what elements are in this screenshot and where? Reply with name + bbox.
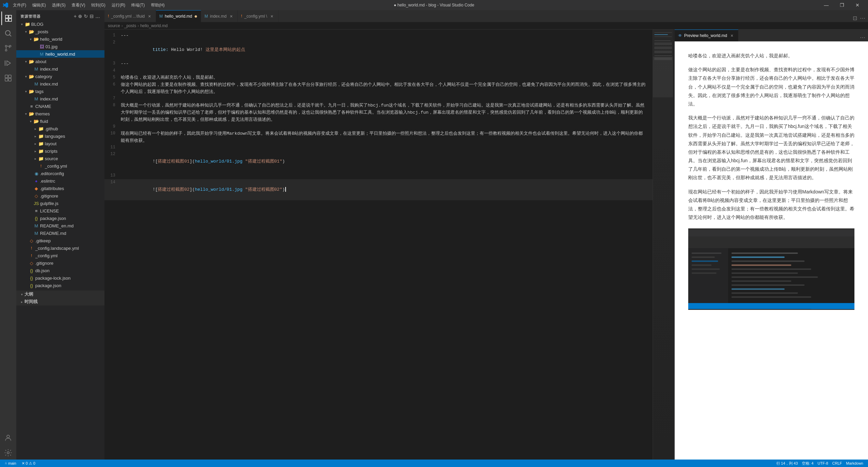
close-button[interactable]: ✕ <box>850 0 865 10</box>
refresh-icon[interactable]: ↻ <box>84 14 88 19</box>
sidebar-item-about[interactable]: ▾ 📂 about <box>16 58 104 65</box>
menu-edit[interactable]: 编辑(E) <box>30 2 49 9</box>
sidebar-item-github[interactable]: ▸ 📁 .github <box>16 125 104 132</box>
line-content <box>121 68 653 74</box>
sidebar-item-category-index[interactable]: ▸ M index.md <box>16 80 104 88</box>
sidebar-item-hello-world-md[interactable]: ▸ M hello_world.md <box>16 50 104 58</box>
split-editor-icon[interactable]: ⊡ <box>852 14 858 22</box>
menu-help[interactable]: 帮助(H) <box>148 2 168 9</box>
folder-icon: 📂 <box>28 74 35 79</box>
sidebar-item-category[interactable]: ▾ 📂 category <box>16 73 104 80</box>
status-branch[interactable]: ⑃ main <box>3 460 18 467</box>
sidebar-item-blog-root[interactable]: ▾ 📁 BLOG <box>16 20 104 28</box>
sidebar-item-config-fluid[interactable]: ▸ ! _config.yml <box>16 162 104 170</box>
status-errors[interactable]: ✕ 0 ⚠ 0 <box>20 460 37 467</box>
sidebar-section-timeline[interactable]: ▸ 时间线 <box>16 298 104 305</box>
tab-config-yml-fluid[interactable]: ! _config.yml ...\fluid × <box>104 10 156 22</box>
sidebar-item-layout[interactable]: ▸ 📁 layout <box>16 140 104 147</box>
sidebar-item-config-yml[interactable]: ▸ ! _config.yml <box>16 252 104 259</box>
menu-goto[interactable]: 转到(G) <box>89 2 108 9</box>
menu-view[interactable]: 查看(V) <box>69 2 88 9</box>
sidebar-item-fluid[interactable]: ▾ 📂 fluid <box>16 117 104 125</box>
titlebar-left: 文件(F) 编辑(E) 选择(S) 查看(V) 转到(G) 运行(R) 终端(T… <box>3 2 167 9</box>
line-ending-text: CRLF <box>832 461 842 465</box>
collapse-all-icon[interactable]: ⊟ <box>90 14 94 19</box>
settings-activity-icon[interactable] <box>1 446 15 460</box>
preview-tab-close-button[interactable]: × <box>729 33 735 38</box>
code-line-12: 12 ![搭建过程截图01](hello_world/01.jpg "搭建过程截… <box>104 151 653 172</box>
sidebar-item-package-lock[interactable]: ▸ {} package-lock.json <box>16 274 104 282</box>
menu-select[interactable]: 选择(S) <box>49 2 68 9</box>
accounts-activity-icon[interactable] <box>1 431 15 445</box>
sidebar-item-label: index.md <box>40 67 102 72</box>
sidebar-item-gitignore-fluid[interactable]: ▸ ◇ .gitignore <box>16 192 104 200</box>
minimize-button[interactable]: — <box>818 0 834 10</box>
tab-close-button[interactable]: × <box>147 14 152 19</box>
sidebar-item-scripts[interactable]: ▸ 📁 scripts <box>16 147 104 155</box>
more-icon[interactable]: ⋯ <box>859 34 866 41</box>
search-activity-icon[interactable] <box>1 26 15 40</box>
sidebar-item-01jpg[interactable]: ▸ 🖼 01.jpg <box>16 43 104 50</box>
breadcrumb-posts[interactable]: _posts <box>124 23 136 28</box>
sidebar-item-readme-en[interactable]: ▸ M README_en.md <box>16 222 104 229</box>
tab-close-button[interactable]: × <box>269 14 275 19</box>
sidebar-item-gitattributes[interactable]: ▸ ◆ .gitattributes <box>16 185 104 192</box>
status-position[interactable]: 行 14，列 43 <box>774 460 800 467</box>
sidebar-item-hello-world-folder[interactable]: ▾ 📂 hello_world <box>16 35 104 43</box>
breadcrumb-source[interactable]: source <box>108 23 120 28</box>
sidebar-item-gitignore[interactable]: ▸ ◇ .gitignore <box>16 259 104 267</box>
menu-file[interactable]: 文件(F) <box>10 2 29 9</box>
minimap[interactable] <box>653 30 673 460</box>
sidebar-item-about-index[interactable]: ▸ M index.md <box>16 65 104 73</box>
sidebar-item-package-json-fluid[interactable]: ▸ {} package.json <box>16 214 104 222</box>
svg-rect-44 <box>811 303 854 309</box>
sidebar-item-tags-index[interactable]: ▸ M index.md <box>16 95 104 102</box>
line-content: title: Hello World! 这里是本网站的起点 <box>121 39 653 60</box>
status-encoding[interactable]: UTF-8 <box>815 460 830 467</box>
sidebar-item-gulpfile[interactable]: ▸ JS gulpfile.js <box>16 200 104 207</box>
sidebar-item-cname[interactable]: ▸ ≡ CNAME <box>16 102 104 110</box>
new-folder-icon[interactable]: ⊕ <box>78 14 82 19</box>
menu-run[interactable]: 运行(R) <box>109 2 128 9</box>
sidebar-item-eslintrc[interactable]: ▸ ● .eslintrc <box>16 177 104 185</box>
sidebar-item-themes[interactable]: ▾ 📂 themes <box>16 110 104 117</box>
status-language[interactable]: Markdown <box>844 460 865 467</box>
sidebar-item-source[interactable]: ▸ 📁 source <box>16 155 104 162</box>
expand-arrow-icon: ▾ <box>23 30 28 34</box>
line-number: 9 <box>104 124 121 130</box>
expand-arrow-icon: ▾ <box>19 22 24 26</box>
sidebar-item-db-json[interactable]: ▸ {} db.json <box>16 267 104 274</box>
breadcrumb-file[interactable]: hello_world.md <box>140 23 168 28</box>
sidebar-item-editorconfig[interactable]: ▸ ◉ .editorconfig <box>16 170 104 177</box>
new-file-icon[interactable]: + <box>74 14 77 19</box>
status-line-ending[interactable]: CRLF <box>830 460 844 467</box>
source-control-activity-icon[interactable] <box>1 41 15 55</box>
sidebar-item-package-json-root[interactable]: ▸ {} package.json <box>16 282 104 289</box>
code-editor[interactable]: 1 --- 2 title: Hello World! 这里是本网站的起点 3 … <box>104 30 653 460</box>
sidebar-item-config-landscape[interactable]: ▸ ! _config.landscape.yml <box>16 244 104 252</box>
tab-config-yml-root[interactable]: ! _config.yml \ × <box>238 10 278 22</box>
more-actions-icon[interactable]: … <box>95 14 100 19</box>
more-tabs-icon[interactable]: ⋯ <box>859 14 866 22</box>
maximize-button[interactable]: ❐ <box>834 0 850 10</box>
sidebar-item-languages[interactable]: ▸ 📁 languages <box>16 132 104 140</box>
tab-index-md[interactable]: M index.md × <box>201 10 238 22</box>
tab-close-button[interactable]: × <box>229 14 234 19</box>
sidebar-item-gitkeep[interactable]: ▸ ◇ .gitkeep <box>16 237 104 244</box>
run-activity-icon[interactable] <box>1 56 15 70</box>
sidebar-item-readme[interactable]: ▸ M README.md <box>16 229 104 237</box>
sidebar-item-tags[interactable]: ▾ 📂 tags <box>16 88 104 95</box>
expand-arrow-icon: ▸ <box>33 157 38 161</box>
menu-terminal[interactable]: 终端(T) <box>129 2 147 9</box>
expand-arrow-icon: ▾ <box>23 90 28 93</box>
preview-content[interactable]: 哈喽各位，欢迎进入画郝充饥个人站，我是郝郝。 做这个网站的起因，主要是在制作视频… <box>675 41 868 460</box>
tab-hello-world-md[interactable]: M hello_world.md ● <box>156 10 201 22</box>
status-spaces[interactable]: 空格: 4 <box>800 460 815 467</box>
sidebar-item-posts[interactable]: ▾ 📂 _posts <box>16 28 104 35</box>
extensions-activity-icon[interactable] <box>1 71 15 85</box>
explorer-activity-icon[interactable] <box>1 12 15 25</box>
sidebar-section-outline[interactable]: ▾ 大纲 <box>16 291 104 298</box>
preview-tab[interactable]: 👁 Preview hello_world.md × <box>675 30 738 41</box>
sidebar-item-license[interactable]: ▸ ≡ LICENSE <box>16 207 104 214</box>
sidebar-item-label: themes <box>35 111 102 116</box>
